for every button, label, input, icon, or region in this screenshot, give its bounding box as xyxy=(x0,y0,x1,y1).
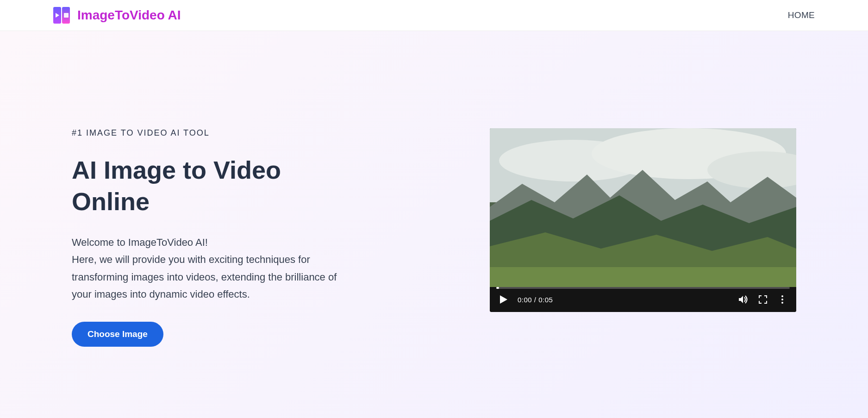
logo-icon xyxy=(53,7,70,24)
hero-section: #1 IMAGE TO VIDEO AI TOOL AI Image to Vi… xyxy=(0,31,868,418)
choose-image-button[interactable]: Choose Image xyxy=(72,322,163,347)
hero-text-column: #1 IMAGE TO VIDEO AI TOOL AI Image to Vi… xyxy=(72,128,345,347)
svg-rect-5 xyxy=(490,267,796,287)
hero-tagline: #1 IMAGE TO VIDEO AI TOOL xyxy=(72,128,345,138)
fullscreen-button[interactable] xyxy=(757,294,768,305)
current-time: 0:00 xyxy=(518,296,532,304)
video-progress-track[interactable] xyxy=(496,287,790,289)
video-time-display: 0:00 / 0:05 xyxy=(518,296,553,304)
video-controls-bar: 0:00 / 0:05 xyxy=(490,287,796,312)
brand-logo-link[interactable]: ImageToVideo AI xyxy=(53,7,181,24)
video-player[interactable]: 0:00 / 0:05 xyxy=(490,128,796,312)
volume-icon xyxy=(739,295,748,304)
play-icon xyxy=(500,295,507,304)
svg-point-7 xyxy=(781,299,783,300)
video-frame xyxy=(490,128,796,287)
duration: 0:05 xyxy=(538,296,553,304)
svg-rect-0 xyxy=(64,13,69,18)
more-options-button[interactable] xyxy=(777,294,788,305)
video-progress-fill xyxy=(496,287,499,289)
fullscreen-icon xyxy=(759,295,767,304)
play-button[interactable] xyxy=(498,294,509,305)
hero-description: Welcome to ImageToVideo AI! Here, we wil… xyxy=(72,234,340,303)
brand-name: ImageToVideo AI xyxy=(77,8,181,23)
site-header: ImageToVideo AI HOME xyxy=(0,0,868,31)
main-nav: HOME xyxy=(788,10,815,20)
svg-point-8 xyxy=(781,302,783,304)
hero-title: AI Image to Video Online xyxy=(72,155,345,217)
nav-home-link[interactable]: HOME xyxy=(788,10,815,20)
svg-point-6 xyxy=(781,295,783,297)
hero-welcome-line: Welcome to ImageToVideo AI! xyxy=(72,237,208,248)
more-vertical-icon xyxy=(781,295,783,304)
volume-button[interactable] xyxy=(738,294,749,305)
hero-media-column: 0:00 / 0:05 xyxy=(359,128,796,312)
hero-desc-line: Here, we will provide you with exciting … xyxy=(72,254,337,300)
